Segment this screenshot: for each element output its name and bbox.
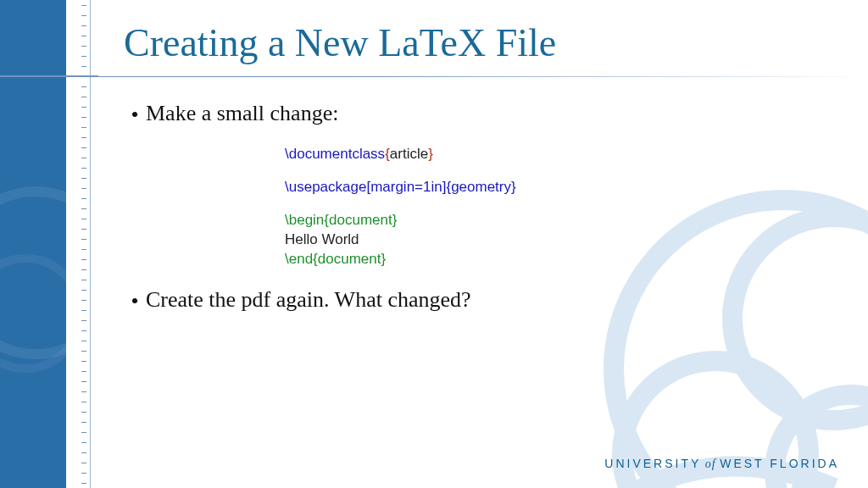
bullet-marker: • xyxy=(124,287,146,316)
bullet-text: Make a small change: xyxy=(146,101,338,126)
latex-arg: document xyxy=(318,251,381,267)
latex-arg: article xyxy=(390,146,428,162)
latex-command: \end xyxy=(285,251,313,267)
title-underline xyxy=(0,75,98,77)
latex-code-block: \documentclass{article} \usepackage[marg… xyxy=(285,145,834,269)
code-line: Hello World xyxy=(285,230,834,250)
code-line: \end{document} xyxy=(285,250,834,269)
slide-title: Creating a New LaTeX File xyxy=(124,20,834,65)
code-line: \documentclass{article} xyxy=(285,145,834,164)
code-line: \begin{document} xyxy=(285,211,834,230)
footer-branding: UNIVERSITY of WEST FLORIDA xyxy=(604,457,839,471)
bullet-marker: • xyxy=(124,101,146,130)
bullet-text: Create the pdf again. What changed? xyxy=(146,287,471,313)
footer-text: UNIVERSITY xyxy=(604,457,701,470)
latex-command: \usepackage xyxy=(285,179,366,195)
code-line: \usepackage[margin=1in]{geometry} xyxy=(285,178,834,197)
ruler-strip xyxy=(66,0,98,488)
latex-text: Hello World xyxy=(285,231,359,247)
bullet-item: • Create the pdf again. What changed? xyxy=(124,287,834,316)
brace: } xyxy=(428,146,433,162)
latex-command: \begin xyxy=(285,212,324,228)
slide-content: Creating a New LaTeX File • Make a small… xyxy=(98,0,868,488)
left-accent-band xyxy=(0,0,66,488)
bullet-item: • Make a small change: xyxy=(124,101,834,130)
latex-arg: geometry xyxy=(451,179,511,195)
footer-text: WEST FLORIDA xyxy=(720,457,839,470)
latex-command: \documentclass xyxy=(285,146,385,162)
bullet-list: • Make a small change: \documentclass{ar… xyxy=(124,101,834,316)
brace: } xyxy=(511,179,516,195)
brace: } xyxy=(392,212,398,228)
footer-text: of xyxy=(701,458,720,470)
latex-arg: document xyxy=(329,212,392,228)
brace: } xyxy=(381,251,386,267)
latex-option: [margin=1in] xyxy=(366,179,446,195)
